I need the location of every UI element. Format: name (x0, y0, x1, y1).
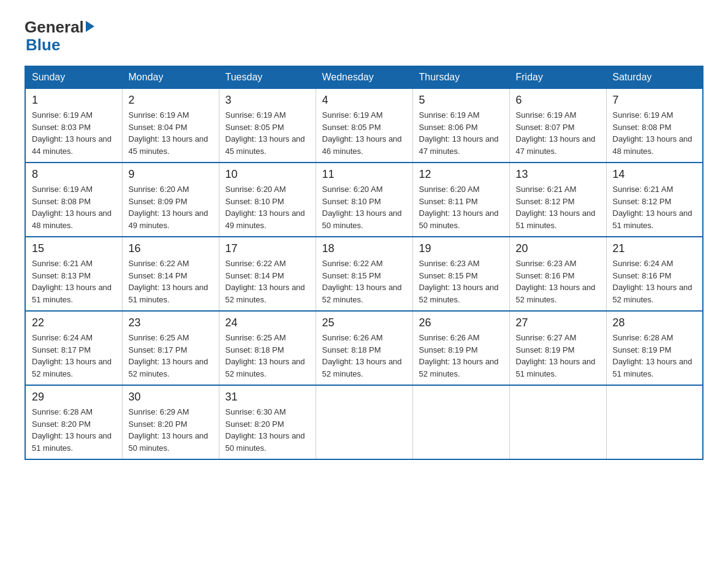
calendar-cell: 20 Sunrise: 6:23 AM Sunset: 8:16 PM Dayl… (509, 237, 606, 311)
day-info: Sunrise: 6:26 AM Sunset: 8:18 PM Dayligh… (322, 332, 406, 380)
calendar-cell: 11 Sunrise: 6:20 AM Sunset: 8:10 PM Dayl… (316, 163, 412, 237)
calendar-cell: 30 Sunrise: 6:29 AM Sunset: 8:20 PM Dayl… (122, 385, 219, 459)
day-info: Sunrise: 6:21 AM Sunset: 8:12 PM Dayligh… (516, 183, 600, 231)
calendar-cell: 15 Sunrise: 6:21 AM Sunset: 8:13 PM Dayl… (25, 237, 122, 311)
day-info: Sunrise: 6:24 AM Sunset: 8:17 PM Dayligh… (32, 332, 116, 380)
day-number: 24 (226, 316, 309, 329)
calendar-cell (509, 385, 606, 459)
page-header: General Blue (25, 18, 703, 53)
calendar-cell: 7 Sunrise: 6:19 AM Sunset: 8:08 PM Dayli… (606, 88, 703, 163)
weekday-header-tuesday: Tuesday (219, 66, 316, 88)
day-info: Sunrise: 6:23 AM Sunset: 8:15 PM Dayligh… (419, 258, 503, 305)
calendar-cell: 18 Sunrise: 6:22 AM Sunset: 8:15 PM Dayl… (316, 237, 412, 311)
day-number: 25 (322, 316, 406, 329)
day-number: 18 (322, 242, 406, 255)
day-number: 27 (516, 316, 600, 329)
day-info: Sunrise: 6:25 AM Sunset: 8:18 PM Dayligh… (226, 332, 309, 380)
day-info: Sunrise: 6:19 AM Sunset: 8:05 PM Dayligh… (322, 109, 406, 157)
day-number: 14 (613, 168, 697, 181)
calendar-cell: 1 Sunrise: 6:19 AM Sunset: 8:03 PM Dayli… (25, 88, 122, 163)
calendar-cell: 3 Sunrise: 6:19 AM Sunset: 8:05 PM Dayli… (219, 88, 316, 163)
day-info: Sunrise: 6:28 AM Sunset: 8:20 PM Dayligh… (32, 406, 116, 454)
calendar-cell: 19 Sunrise: 6:23 AM Sunset: 8:15 PM Dayl… (412, 237, 509, 311)
calendar-cell: 10 Sunrise: 6:20 AM Sunset: 8:10 PM Dayl… (219, 163, 316, 237)
day-info: Sunrise: 6:30 AM Sunset: 8:20 PM Dayligh… (226, 406, 309, 454)
day-info: Sunrise: 6:19 AM Sunset: 8:06 PM Dayligh… (419, 109, 503, 157)
day-number: 26 (419, 316, 503, 329)
day-info: Sunrise: 6:23 AM Sunset: 8:16 PM Dayligh… (516, 258, 600, 305)
day-info: Sunrise: 6:19 AM Sunset: 8:08 PM Dayligh… (613, 109, 697, 157)
calendar-week-row: 29 Sunrise: 6:28 AM Sunset: 8:20 PM Dayl… (25, 385, 703, 459)
calendar-week-row: 22 Sunrise: 6:24 AM Sunset: 8:17 PM Dayl… (25, 311, 703, 385)
day-info: Sunrise: 6:28 AM Sunset: 8:19 PM Dayligh… (613, 332, 697, 380)
calendar-cell: 21 Sunrise: 6:24 AM Sunset: 8:16 PM Dayl… (606, 237, 703, 311)
day-info: Sunrise: 6:21 AM Sunset: 8:12 PM Dayligh… (613, 183, 697, 231)
calendar-cell: 9 Sunrise: 6:20 AM Sunset: 8:09 PM Dayli… (122, 163, 219, 237)
calendar-cell: 27 Sunrise: 6:27 AM Sunset: 8:19 PM Dayl… (509, 311, 606, 385)
day-number: 22 (32, 316, 116, 329)
calendar-cell (412, 385, 509, 459)
calendar-cell: 28 Sunrise: 6:28 AM Sunset: 8:19 PM Dayl… (606, 311, 703, 385)
day-number: 28 (613, 316, 697, 329)
day-info: Sunrise: 6:19 AM Sunset: 8:04 PM Dayligh… (129, 109, 213, 157)
day-number: 2 (129, 94, 213, 107)
day-number: 23 (129, 316, 213, 329)
weekday-header-saturday: Saturday (606, 66, 703, 88)
calendar-table: SundayMondayTuesdayWednesdayThursdayFrid… (25, 66, 703, 460)
calendar-cell (316, 385, 412, 459)
calendar-cell: 2 Sunrise: 6:19 AM Sunset: 8:04 PM Dayli… (122, 88, 219, 163)
calendar-cell: 24 Sunrise: 6:25 AM Sunset: 8:18 PM Dayl… (219, 311, 316, 385)
day-info: Sunrise: 6:22 AM Sunset: 8:15 PM Dayligh… (322, 258, 406, 305)
day-number: 5 (419, 94, 503, 107)
day-info: Sunrise: 6:25 AM Sunset: 8:17 PM Dayligh… (129, 332, 213, 380)
day-number: 7 (613, 94, 697, 107)
day-info: Sunrise: 6:19 AM Sunset: 8:03 PM Dayligh… (32, 109, 116, 157)
calendar-cell: 14 Sunrise: 6:21 AM Sunset: 8:12 PM Dayl… (606, 163, 703, 237)
day-info: Sunrise: 6:29 AM Sunset: 8:20 PM Dayligh… (129, 406, 213, 454)
day-number: 9 (129, 168, 213, 181)
day-info: Sunrise: 6:22 AM Sunset: 8:14 PM Dayligh… (129, 258, 213, 305)
calendar-cell: 8 Sunrise: 6:19 AM Sunset: 8:08 PM Dayli… (25, 163, 122, 237)
day-info: Sunrise: 6:24 AM Sunset: 8:16 PM Dayligh… (613, 258, 697, 305)
day-number: 30 (129, 391, 213, 404)
day-number: 19 (419, 242, 503, 255)
day-info: Sunrise: 6:20 AM Sunset: 8:09 PM Dayligh… (129, 183, 213, 231)
weekday-header-friday: Friday (509, 66, 606, 88)
calendar-cell: 29 Sunrise: 6:28 AM Sunset: 8:20 PM Dayl… (25, 385, 122, 459)
calendar-cell: 26 Sunrise: 6:26 AM Sunset: 8:19 PM Dayl… (412, 311, 509, 385)
calendar-cell: 31 Sunrise: 6:30 AM Sunset: 8:20 PM Dayl… (219, 385, 316, 459)
weekday-header-sunday: Sunday (25, 66, 122, 88)
calendar-cell: 22 Sunrise: 6:24 AM Sunset: 8:17 PM Dayl… (25, 311, 122, 385)
day-info: Sunrise: 6:20 AM Sunset: 8:11 PM Dayligh… (419, 183, 503, 231)
logo: General Blue (25, 18, 94, 53)
day-info: Sunrise: 6:19 AM Sunset: 8:05 PM Dayligh… (226, 109, 309, 157)
calendar-cell: 6 Sunrise: 6:19 AM Sunset: 8:07 PM Dayli… (509, 88, 606, 163)
calendar-cell: 23 Sunrise: 6:25 AM Sunset: 8:17 PM Dayl… (122, 311, 219, 385)
day-info: Sunrise: 6:21 AM Sunset: 8:13 PM Dayligh… (32, 258, 116, 305)
calendar-cell: 4 Sunrise: 6:19 AM Sunset: 8:05 PM Dayli… (316, 88, 412, 163)
day-info: Sunrise: 6:19 AM Sunset: 8:08 PM Dayligh… (32, 183, 116, 231)
logo-blue-text: Blue (26, 36, 94, 54)
day-number: 29 (32, 391, 116, 404)
calendar-week-row: 15 Sunrise: 6:21 AM Sunset: 8:13 PM Dayl… (25, 237, 703, 311)
calendar-week-row: 1 Sunrise: 6:19 AM Sunset: 8:03 PM Dayli… (25, 88, 703, 163)
day-number: 3 (226, 94, 309, 107)
weekday-header-monday: Monday (122, 66, 219, 88)
calendar-cell: 5 Sunrise: 6:19 AM Sunset: 8:06 PM Dayli… (412, 88, 509, 163)
day-info: Sunrise: 6:22 AM Sunset: 8:14 PM Dayligh… (226, 258, 309, 305)
calendar-header-row: SundayMondayTuesdayWednesdayThursdayFrid… (25, 66, 703, 88)
weekday-header-wednesday: Wednesday (316, 66, 412, 88)
day-number: 15 (32, 242, 116, 255)
logo-general-text: General (25, 18, 84, 36)
day-number: 21 (613, 242, 697, 255)
calendar-cell: 17 Sunrise: 6:22 AM Sunset: 8:14 PM Dayl… (219, 237, 316, 311)
day-number: 1 (32, 94, 116, 107)
day-number: 12 (419, 168, 503, 181)
calendar-cell: 12 Sunrise: 6:20 AM Sunset: 8:11 PM Dayl… (412, 163, 509, 237)
calendar-cell: 13 Sunrise: 6:21 AM Sunset: 8:12 PM Dayl… (509, 163, 606, 237)
day-number: 10 (226, 168, 309, 181)
day-number: 20 (516, 242, 600, 255)
day-number: 16 (129, 242, 213, 255)
day-info: Sunrise: 6:26 AM Sunset: 8:19 PM Dayligh… (419, 332, 503, 380)
calendar-cell (606, 385, 703, 459)
